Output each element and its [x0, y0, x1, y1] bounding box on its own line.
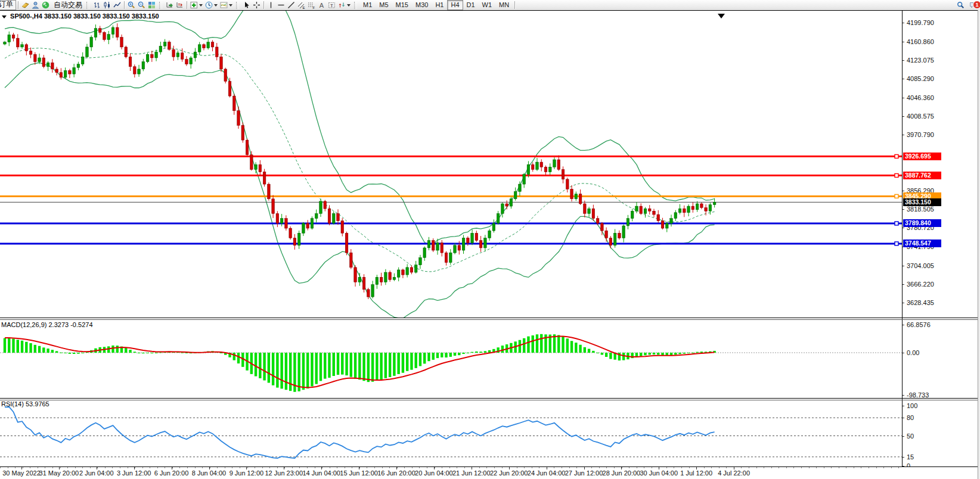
time-minor-tick: [486, 467, 487, 468]
zoom-out-button[interactable]: [137, 1, 147, 10]
toolbar-grip: [354, 2, 357, 9]
toolbar-separator: [124, 1, 125, 9]
time-minor-tick: [315, 467, 315, 468]
price-tick-label: 3970.790: [907, 131, 934, 138]
signals-button[interactable]: [41, 1, 51, 10]
time-axis-border: [0, 466, 980, 467]
crosshair-button[interactable]: [252, 1, 262, 10]
toolbar-grip: [159, 2, 162, 9]
market-watch-button[interactable]: [20, 1, 30, 10]
bar-chart-icon: [93, 1, 101, 9]
price-tag: 3789.840: [903, 219, 941, 227]
time-minor-tick: [704, 467, 705, 468]
new-order-button[interactable]: 订单: [0, 0, 16, 10]
search-button[interactable]: [956, 1, 966, 10]
trendline-button[interactable]: [286, 1, 296, 10]
rsi-value: 53.9765: [26, 400, 49, 408]
time-minor-tick: [741, 467, 742, 468]
time-minor-tick: [172, 467, 173, 468]
panel-divider[interactable]: [0, 400, 980, 400]
symbol-period-label: SP500-,H4: [10, 13, 42, 20]
timeframe-button-m30[interactable]: M30: [412, 0, 432, 10]
time-minor-tick: [869, 467, 869, 468]
time-minor-tick: [674, 467, 674, 468]
text-label-icon: T: [328, 1, 336, 9]
time-minor-tick: [771, 467, 772, 468]
time-minor-tick: [52, 467, 53, 468]
panel-divider[interactable]: [0, 319, 980, 320]
toolbar-separator: [514, 1, 515, 9]
line-chart-button[interactable]: [112, 1, 122, 10]
text-button[interactable]: A: [317, 1, 327, 10]
horizontal-line-button[interactable]: [276, 1, 286, 10]
autotrade-button[interactable]: 自动交易: [51, 1, 84, 10]
fibonacci-button[interactable]: F: [306, 1, 317, 10]
timeframe-button-m15[interactable]: M15: [392, 0, 412, 10]
timeframe-button-m1[interactable]: M1: [359, 0, 376, 10]
toolbar-left-groups: 订单自动交易EFATM1M5M15M30H1H4D1W1MN: [0, 0, 980, 10]
close-value: 3833.150: [132, 13, 159, 20]
rsi-axis-label: 50: [907, 433, 914, 440]
time-minor-tick: [67, 467, 68, 468]
timeframe-button-w1[interactable]: W1: [479, 0, 496, 10]
text-label-button[interactable]: T: [327, 1, 337, 10]
notifications-button[interactable]: 1: [968, 1, 978, 10]
panel-divider[interactable]: [0, 398, 980, 399]
zoom-in-icon: [128, 1, 135, 9]
periods-button[interactable]: [204, 1, 219, 10]
cursor-button[interactable]: [241, 1, 252, 10]
candlestick-chart-button[interactable]: [102, 1, 112, 10]
time-minor-tick: [345, 467, 345, 468]
chart-shift-button[interactable]: [175, 1, 185, 10]
timeframe-button-h1[interactable]: H1: [432, 0, 447, 10]
time-minor-tick: [764, 467, 764, 468]
time-tick-label: 22 Jun 20:00: [490, 469, 528, 477]
main-chart-canvas[interactable]: [0, 10, 902, 318]
toolbar-right: 1: [956, 0, 978, 10]
time-minor-tick: [606, 467, 607, 468]
time-tick-label: 6 Jun 20:00: [154, 469, 189, 477]
rsi-panel-canvas[interactable]: [0, 400, 902, 466]
chart-title: SP500-,H4 3833.150 3833.150 3833.150 383…: [2, 13, 159, 20]
timeframe-button-mn[interactable]: MN: [495, 0, 513, 10]
vertical-line-button[interactable]: [266, 1, 276, 10]
channel-button[interactable]: E: [296, 1, 306, 10]
timeframe-button-m5[interactable]: M5: [376, 0, 392, 10]
time-minor-tick: [793, 467, 794, 468]
time-minor-tick: [801, 467, 802, 468]
time-tick-label: 8 Jun 04:00: [192, 469, 227, 477]
macd-panel-canvas[interactable]: [0, 320, 902, 398]
autotrade-label: 自动交易: [54, 0, 82, 10]
time-minor-tick: [322, 467, 322, 468]
bar-chart-button[interactable]: [92, 1, 102, 10]
profile-button[interactable]: [30, 1, 41, 10]
time-minor-tick: [382, 467, 383, 468]
notification-badge: 1: [973, 1, 980, 9]
auto-scroll-button[interactable]: [165, 1, 175, 10]
arrows-button[interactable]: [337, 1, 352, 10]
time-minor-tick: [389, 467, 390, 468]
time-minor-tick: [427, 467, 427, 468]
price-tag: 3926.695: [903, 153, 941, 160]
auto-scroll-icon: [166, 1, 173, 9]
time-minor-tick: [532, 467, 532, 468]
time-minor-tick: [15, 467, 15, 468]
indicators-button[interactable]: [189, 1, 204, 10]
timeframe-button-d1[interactable]: D1: [463, 0, 479, 10]
price-tick-label: 3704.005: [907, 262, 934, 269]
text-icon: A: [318, 1, 325, 9]
price-tick-label: 3818.505: [907, 206, 934, 213]
timeframe-button-h4[interactable]: H4: [447, 0, 463, 10]
panel-divider[interactable]: [0, 318, 980, 318]
market-watch-icon: [21, 1, 29, 9]
time-minor-tick: [374, 467, 375, 468]
time-minor-tick: [681, 467, 682, 468]
time-minor-tick: [8, 467, 8, 468]
time-minor-tick: [142, 467, 143, 468]
time-minor-tick: [105, 467, 106, 468]
time-minor-tick: [179, 467, 180, 468]
templates-button[interactable]: [219, 1, 234, 10]
zoom-in-button[interactable]: [126, 1, 137, 10]
time-minor-tick: [262, 467, 263, 468]
tile-windows-button[interactable]: [147, 1, 157, 10]
